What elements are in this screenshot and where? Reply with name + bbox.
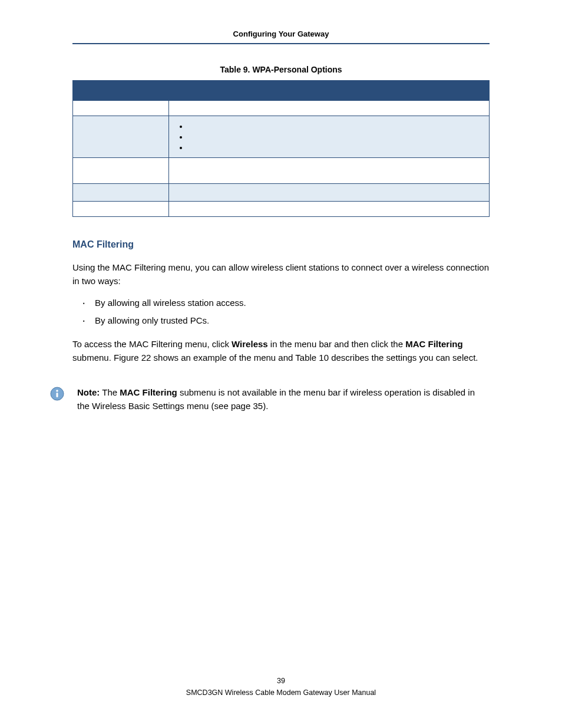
- table-cell-desc: [169, 202, 490, 217]
- table-row: [73, 202, 490, 217]
- access-paragraph: To access the MAC Filtering menu, click …: [72, 337, 490, 365]
- table-cell-option: [73, 116, 169, 158]
- mac-filtering-ways-list: By allowing all wireless station access.…: [72, 297, 490, 328]
- note-block: Note: The MAC Filtering submenu is not a…: [50, 386, 490, 413]
- cipher-item: [188, 122, 483, 130]
- text-fragment: To access the MAC Filtering menu, click: [72, 339, 232, 349]
- svg-rect-2: [57, 393, 58, 397]
- note-label: Note:: [77, 387, 100, 397]
- table-row: [73, 158, 490, 184]
- page-header-title: Configuring Your Gateway: [72, 29, 490, 38]
- wpa-personal-options-table: [72, 80, 490, 217]
- intro-paragraph: Using the MAC Filtering menu, you can al…: [72, 261, 490, 288]
- text-fragment: submenu. Figure 22 shows an example of t…: [72, 353, 478, 363]
- table-header-description: [169, 81, 490, 101]
- text-fragment: The: [100, 387, 120, 397]
- text-fragment: in the menu bar and then click the: [268, 339, 405, 349]
- note-text: Note: The MAC Filtering submenu is not a…: [77, 386, 490, 413]
- header-divider: [72, 43, 490, 44]
- table-header-option: [73, 81, 169, 101]
- table-cell-desc: [169, 184, 490, 202]
- table-header-row: [73, 81, 490, 101]
- table-cell-option: [73, 158, 169, 184]
- table-cell-option: [73, 101, 169, 116]
- table-row: [73, 116, 490, 158]
- page-footer: 39 SMCD3GN Wireless Cable Modem Gateway …: [0, 675, 562, 699]
- table-row: [73, 184, 490, 202]
- table-cell-option: [73, 202, 169, 217]
- cipher-item: [188, 133, 483, 141]
- bold-mac-filtering-note: MAC Filtering: [120, 387, 177, 397]
- svg-point-1: [56, 390, 58, 392]
- table-cell-desc: [169, 158, 490, 184]
- list-item: By allowing all wireless station access.: [83, 297, 490, 310]
- bold-wireless: Wireless: [232, 339, 268, 349]
- info-icon: [50, 387, 64, 401]
- table-cell-option: [73, 184, 169, 202]
- section-heading-mac-filtering: MAC Filtering: [72, 239, 490, 250]
- table-row: [73, 101, 490, 116]
- page-number: 39: [0, 675, 562, 687]
- table-cell-desc: [169, 101, 490, 116]
- cipher-item: [188, 143, 483, 151]
- manual-title: SMCD3GN Wireless Cable Modem Gateway Use…: [0, 687, 562, 699]
- bold-mac-filtering: MAC Filtering: [405, 339, 463, 349]
- table-cell-desc: [169, 116, 490, 158]
- table-caption: Table 9. WPA-Personal Options: [72, 65, 490, 74]
- list-item: By allowing only trusted PCs.: [83, 314, 490, 328]
- cipher-list: [175, 122, 483, 151]
